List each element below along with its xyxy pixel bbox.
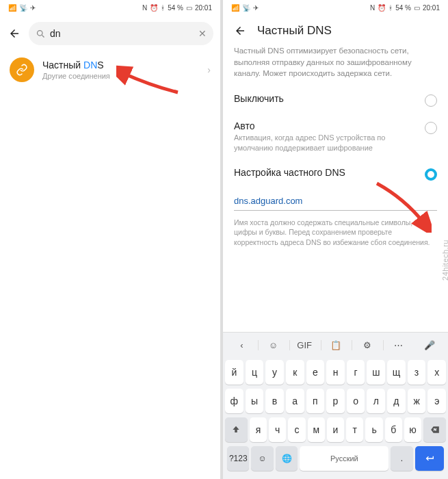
kb-sticker-icon[interactable]: ☺ — [258, 340, 288, 350]
radio-custom[interactable] — [425, 168, 437, 181]
kb-key[interactable]: щ — [387, 360, 406, 385]
kb-key[interactable]: ю — [404, 417, 421, 442]
search-result-item[interactable]: Частный DNS Другие соединения › — [0, 51, 220, 89]
status-bar: 📶 📡 ✈ N ⏰ ᚼ 54 % ▭ 20:01 — [0, 0, 220, 15]
kb-more-icon[interactable]: ⋯ — [383, 340, 413, 350]
kb-key[interactable]: ф — [225, 389, 243, 413]
kb-key[interactable]: э — [427, 389, 446, 413]
back-button[interactable] — [233, 23, 248, 38]
kb-key[interactable]: б — [385, 417, 402, 442]
arrow-left-icon — [8, 27, 21, 40]
alarm-icon: ⏰ — [378, 4, 386, 12]
radio-off[interactable] — [425, 94, 437, 107]
kb-key[interactable]: л — [367, 389, 385, 413]
kb-row-3: ячсмитьбю — [225, 417, 446, 442]
option-custom[interactable]: Настройка частного DNS — [223, 160, 448, 187]
kb-key[interactable]: у — [265, 360, 284, 385]
screen-private-dns: 📶 📡 ✈ N ⏰ ᚼ 54 % ▭ 20:01 Частный DNS Час… — [223, 0, 448, 479]
option-custom-label: Настройка частного DNS — [234, 167, 418, 178]
page-description: Частный DNS оптимизирует безопасность се… — [223, 42, 448, 86]
back-button[interactable] — [7, 26, 22, 41]
clock: 20:01 — [195, 4, 212, 12]
kb-key[interactable]: д — [387, 389, 406, 413]
search-box[interactable]: ✕ — [29, 22, 213, 45]
signal-icon: 📶 — [231, 4, 239, 12]
kb-row-2: фывапролджэ — [225, 389, 446, 413]
svg-point-0 — [38, 30, 43, 36]
kb-key[interactable]: х — [427, 360, 446, 385]
kb-key[interactable]: п — [306, 389, 325, 413]
kb-key[interactable]: з — [408, 360, 426, 385]
status-bar: 📶 📡 ✈ N ⏰ ᚼ 54 % ▭ 20:01 — [223, 0, 448, 15]
keyboard-toolbar: ‹ ☺ GIF 📋 ⚙ ⋯ 🎤 — [223, 333, 448, 357]
search-input[interactable] — [50, 28, 194, 39]
clock: 20:01 — [423, 4, 440, 12]
kb-key[interactable]: о — [347, 389, 365, 413]
kb-key[interactable]: ж — [408, 389, 426, 413]
kb-key[interactable]: г — [347, 360, 365, 385]
watermark: 24hitech.ru — [441, 240, 448, 281]
kb-key[interactable]: е — [306, 360, 325, 385]
clear-icon[interactable]: ✕ — [198, 28, 207, 39]
page-title: Частный DNS — [257, 24, 332, 38]
option-auto-label: Авто — [234, 120, 418, 131]
option-auto[interactable]: Авто Активация, когда адрес DNS устройст… — [223, 114, 448, 160]
kb-key[interactable]: и — [327, 417, 344, 442]
kb-key[interactable]: н — [326, 360, 345, 385]
telegram-icon: ✈ — [253, 4, 259, 12]
kb-key[interactable]: с — [288, 417, 305, 442]
result-title: Частный DNS — [42, 60, 199, 70]
option-off[interactable]: Выключить — [223, 86, 448, 114]
kb-key[interactable]: а — [286, 389, 304, 413]
kb-key[interactable]: в — [265, 389, 284, 413]
kb-key[interactable]: я — [250, 417, 267, 442]
screen-search: 📶 📡 ✈ N ⏰ ᚼ 54 % ▭ 20:01 ✕ — [0, 0, 220, 479]
kb-emoji-icon[interactable]: ☺ — [251, 446, 273, 471]
kb-period[interactable]: . — [391, 446, 412, 471]
nfc-icon: N — [370, 4, 375, 12]
kb-key[interactable]: т — [346, 417, 363, 442]
chevron-right-icon: › — [207, 64, 211, 75]
radio-auto[interactable] — [425, 122, 437, 134]
search-row: ✕ — [0, 15, 220, 51]
option-off-label: Выключить — [234, 93, 418, 104]
kb-numbers[interactable]: ?123 — [227, 446, 249, 471]
arrow-left-icon — [234, 25, 246, 37]
battery-percent: 54 % — [168, 4, 183, 12]
kb-key[interactable]: к — [286, 360, 304, 385]
kb-collapse[interactable]: ‹ — [227, 340, 256, 350]
kb-key[interactable]: ш — [367, 360, 385, 385]
kb-key[interactable]: р — [326, 389, 345, 413]
kb-spacebar[interactable]: Русский — [300, 446, 388, 471]
kb-settings-icon[interactable]: ⚙ — [352, 340, 382, 350]
kb-key[interactable]: м — [308, 417, 325, 442]
keyboard: ‹ ☺ GIF 📋 ⚙ ⋯ 🎤 йцукенгшщзх фывапролджэ … — [223, 332, 448, 479]
result-subtitle: Другие соединения — [42, 72, 199, 80]
svg-line-1 — [42, 35, 44, 37]
kb-language-icon[interactable]: 🌐 — [276, 446, 298, 471]
nfc-icon: N — [142, 4, 147, 12]
kb-backspace[interactable] — [423, 417, 446, 442]
kb-gif[interactable]: GIF — [289, 340, 319, 350]
kb-shift[interactable] — [225, 417, 248, 442]
bluetooth-icon: ᚼ — [388, 4, 393, 12]
kb-clipboard-icon[interactable]: 📋 — [321, 340, 351, 350]
kb-enter[interactable] — [415, 446, 444, 471]
telegram-icon: ✈ — [30, 4, 36, 12]
battery-icon: ▭ — [414, 4, 420, 12]
kb-key[interactable]: ц — [246, 360, 264, 385]
signal-icon: 📶 — [8, 4, 16, 12]
dns-hint: Имя хоста должно содержать специальные с… — [223, 213, 448, 252]
kb-key[interactable]: ы — [246, 389, 264, 413]
kb-key[interactable]: ч — [269, 417, 286, 442]
kb-mic-icon[interactable]: 🎤 — [414, 340, 444, 350]
link-icon — [10, 57, 34, 82]
dns-hostname-input[interactable] — [234, 193, 437, 211]
kb-key[interactable]: ь — [365, 417, 382, 442]
wifi-icon: 📡 — [242, 4, 250, 12]
enter-icon — [424, 453, 435, 464]
battery-icon: ▭ — [186, 4, 192, 12]
kb-row-1: йцукенгшщзх — [225, 360, 446, 385]
kb-row-bottom: ?123 ☺ 🌐 Русский . — [225, 446, 446, 475]
kb-key[interactable]: й — [225, 360, 243, 385]
